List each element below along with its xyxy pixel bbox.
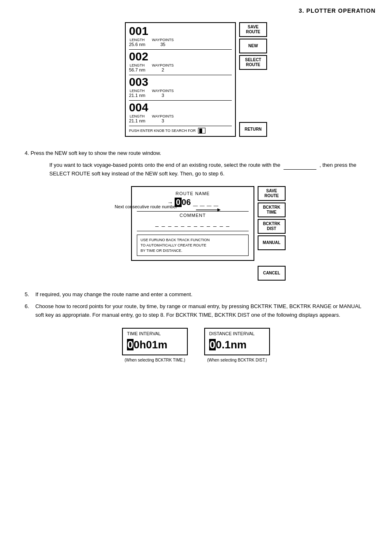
distance-interval-rest: 0.1nm bbox=[216, 339, 247, 351]
bcktrk-time-button[interactable]: BCKTRK TIME bbox=[258, 203, 286, 217]
blank-underline bbox=[284, 164, 316, 170]
route-list-box: 001 LENGTH 25.6 nm WAYPOINTS 35 002 bbox=[125, 22, 236, 137]
waypoints-label-003: WAYPOINTS bbox=[152, 89, 174, 93]
waypoints-value-002: 2 bbox=[161, 67, 164, 72]
length-value-004: 21.1 nm bbox=[129, 118, 145, 123]
distance-cursor: 0 bbox=[209, 339, 216, 350]
route-list-softkeys: SAVE ROUTE NEW SELECT ROUTE RETURN bbox=[239, 22, 267, 137]
search-box[interactable] bbox=[198, 128, 205, 134]
length-value-001: 25.6 nm bbox=[129, 42, 145, 47]
manual-button[interactable]: MANUAL bbox=[258, 235, 286, 250]
search-row: PUSH ENTER KNOB TO SEARCH FOR bbox=[129, 128, 232, 134]
step6-text: Choose how to record points for your rou… bbox=[35, 302, 367, 320]
save-route2-button[interactable]: SAVE ROUTE bbox=[258, 186, 286, 201]
time-interval-box: TIME INTERVAL 00h01m bbox=[122, 328, 188, 355]
length-label-004: LENGTH bbox=[130, 114, 145, 118]
time-cursor: 0 bbox=[127, 339, 134, 350]
step6-num: 6. bbox=[25, 302, 33, 320]
new-button[interactable]: NEW bbox=[239, 39, 267, 53]
route-num-002: 002 bbox=[129, 51, 232, 62]
waypoints-label-001: WAYPOINTS bbox=[152, 38, 174, 42]
svg-marker-1 bbox=[217, 208, 221, 212]
step4-text: 4. Press the NEW soft key to show the ne… bbox=[25, 149, 367, 178]
waypoints-label-002: WAYPOINTS bbox=[152, 63, 174, 67]
annotation-arrow bbox=[196, 207, 221, 213]
step6-line: 6. Choose how to record points for your … bbox=[25, 302, 367, 320]
route-list-section: 001 LENGTH 25.6 nm WAYPOINTS 35 002 bbox=[25, 22, 367, 137]
length-value-002: 56.7 nm bbox=[129, 67, 145, 72]
steps-section: 5. If required, you may change the route… bbox=[25, 290, 367, 319]
step4-main: 4. Press the NEW soft key to show the ne… bbox=[25, 149, 367, 158]
waypoints-value-003: 3 bbox=[161, 93, 164, 98]
distance-interval-value: 00.1nm bbox=[209, 339, 265, 351]
route-name-rest: 06 _ _ _ _ bbox=[182, 198, 218, 207]
length-label-002: LENGTH bbox=[130, 63, 145, 67]
page-header: 3. PLOTTER OPERATION bbox=[0, 0, 392, 18]
time-interval-rest: 0h01m bbox=[134, 339, 167, 351]
step5-num: 5. bbox=[25, 290, 33, 299]
distance-interval-col: DISTANCE INTERVAL 00.1nm (When selecting… bbox=[204, 328, 270, 362]
time-interval-caption: (When selecting BCKTRK TIME.) bbox=[125, 358, 185, 362]
comment-dashes: _ _ _ _ _ _ _ _ _ _ _ _ bbox=[137, 220, 249, 227]
time-interval-title: TIME INTERVAL bbox=[127, 331, 183, 336]
comment-label: COMMENT bbox=[137, 213, 249, 218]
step5-text: If required, you may change the route na… bbox=[35, 290, 192, 299]
distance-interval-box: DISTANCE INTERVAL 00.1nm bbox=[204, 328, 270, 355]
cursor-block bbox=[199, 129, 202, 133]
route-item-001: 001 LENGTH 25.6 nm WAYPOINTS 35 bbox=[129, 25, 232, 47]
length-label-003: LENGTH bbox=[130, 89, 145, 93]
arrow-right-icon: → bbox=[167, 199, 173, 206]
distance-interval-caption: (When selecting BCKTRK DIST.) bbox=[207, 358, 267, 362]
cursor-block-route: 0 bbox=[175, 198, 182, 207]
new-route-softkeys: SAVE ROUTE BCKTRK TIME BCKTRK DIST MANUA… bbox=[258, 186, 286, 281]
save-route-button[interactable]: SAVE ROUTE bbox=[239, 22, 267, 37]
waypoints-label-004: WAYPOINTS bbox=[152, 114, 174, 118]
search-label: PUSH ENTER KNOB TO SEARCH FOR bbox=[129, 129, 196, 133]
route-num-001: 001 bbox=[129, 25, 232, 37]
step4-indent: If you want to tack voyage-based points … bbox=[25, 161, 367, 178]
route-item-002: 002 LENGTH 56.7 nm WAYPOINTS 2 bbox=[129, 51, 232, 72]
route-num-003: 003 bbox=[129, 76, 232, 88]
bcktrk-dist-button[interactable]: BCKTRK DIST bbox=[258, 219, 286, 234]
interval-section: TIME INTERVAL 00h01m (When selecting BCK… bbox=[25, 328, 367, 362]
route-item-004: 004 LENGTH 21.1 nm WAYPOINTS 3 bbox=[129, 102, 232, 123]
length-label-001: LENGTH bbox=[130, 38, 145, 42]
route-name-value: →006 _ _ _ _ bbox=[137, 198, 249, 207]
new-route-section: Next consecutive route number ROUTE NAME… bbox=[25, 186, 367, 281]
cancel-button[interactable]: CANCEL bbox=[258, 266, 286, 281]
time-interval-col: TIME INTERVAL 00h01m (When selecting BCK… bbox=[122, 328, 188, 362]
waypoints-value-004: 3 bbox=[161, 118, 164, 123]
new-route-box: ROUTE NAME →006 _ _ _ _ COMMENT _ _ _ _ … bbox=[131, 186, 254, 261]
time-interval-value: 00h01m bbox=[127, 339, 183, 351]
select-route-button[interactable]: SELECT ROUTE bbox=[239, 55, 267, 70]
return-button[interactable]: RETURN bbox=[239, 122, 267, 137]
waypoints-value-001: 35 bbox=[160, 42, 165, 47]
info-box: USE FURUNO BACK TRACK FUNCTION TO AUTOMA… bbox=[137, 235, 249, 256]
step5-line: 5. If required, you may change the route… bbox=[25, 290, 367, 299]
route-name-label: ROUTE NAME bbox=[137, 191, 249, 196]
route-item-003: 003 LENGTH 21.1 nm WAYPOINTS 3 bbox=[129, 76, 232, 98]
distance-interval-title: DISTANCE INTERVAL bbox=[209, 331, 265, 336]
length-value-003: 21.1 nm bbox=[129, 93, 145, 98]
route-num-004: 004 bbox=[129, 102, 232, 113]
